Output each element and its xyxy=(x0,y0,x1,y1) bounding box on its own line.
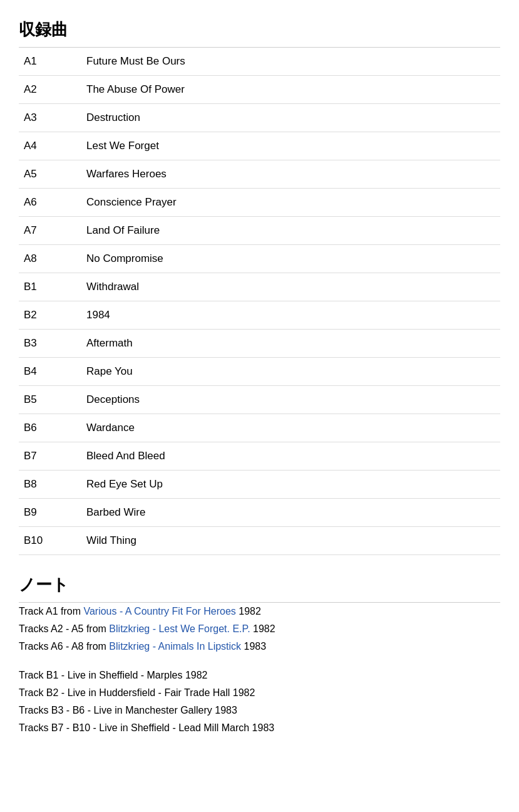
track-id: B8 xyxy=(19,471,81,499)
track-title: Deceptions xyxy=(81,386,500,414)
notes-line: Track B1 - Live in Sheffield - Marples 1… xyxy=(19,667,500,684)
table-row: A8No Compromise xyxy=(19,245,500,273)
table-row: B5Deceptions xyxy=(19,386,500,414)
notes-section: ノート Track A1 from Various - A Country Fi… xyxy=(19,574,500,737)
notes-text-after: 1983 xyxy=(241,641,266,652)
notes-line: Track A1 from Various - A Country Fit Fo… xyxy=(19,603,500,620)
table-row: B4Rape You xyxy=(19,358,500,386)
track-title: Withdrawal xyxy=(81,273,500,301)
track-title: No Compromise xyxy=(81,245,500,273)
notes-line: Tracks A2 - A5 from Blitzkrieg - Lest We… xyxy=(19,620,500,638)
track-id: B4 xyxy=(19,358,81,386)
table-row: A2The Abuse Of Power xyxy=(19,76,500,104)
track-id: B7 xyxy=(19,442,81,471)
track-id: B1 xyxy=(19,273,81,301)
track-title: Wild Thing xyxy=(81,527,500,555)
track-id: A5 xyxy=(19,160,81,189)
notes-line: Tracks A6 - A8 from Blitzkrieg - Animals… xyxy=(19,638,500,655)
notes-text: Track A1 from xyxy=(19,606,83,617)
track-id: A4 xyxy=(19,132,81,160)
track-title: Rape You xyxy=(81,358,500,386)
track-table: A1Future Must Be OursA2The Abuse Of Powe… xyxy=(19,48,500,555)
table-row: B3Aftermath xyxy=(19,330,500,358)
track-title: Future Must Be Ours xyxy=(81,48,500,76)
track-id: A6 xyxy=(19,189,81,217)
track-id: B9 xyxy=(19,499,81,527)
tracks-section: 収録曲 A1Future Must Be OursA2The Abuse Of … xyxy=(19,19,500,555)
track-id: B2 xyxy=(19,301,81,330)
table-row: A4Lest We Forget xyxy=(19,132,500,160)
notes-content: Track A1 from Various - A Country Fit Fo… xyxy=(19,603,500,737)
track-id: A3 xyxy=(19,104,81,132)
notes-link[interactable]: Blitzkrieg - Animals In Lipstick xyxy=(109,641,241,652)
notes-line: Track B2 - Live in Huddersfield - Fair T… xyxy=(19,684,500,702)
track-id: B3 xyxy=(19,330,81,358)
table-row: A6Conscience Prayer xyxy=(19,189,500,217)
track-id: A1 xyxy=(19,48,81,76)
table-row: B21984 xyxy=(19,301,500,330)
notes-group: Track A1 from Various - A Country Fit Fo… xyxy=(19,603,500,655)
table-row: B6Wardance xyxy=(19,414,500,442)
track-title: The Abuse Of Power xyxy=(81,76,500,104)
notes-text-after: 1982 xyxy=(250,623,275,634)
track-id: A8 xyxy=(19,245,81,273)
notes-link[interactable]: Blitzkrieg - Lest We Forget. E.P. xyxy=(109,623,250,634)
track-title: Lest We Forget xyxy=(81,132,500,160)
track-title: Aftermath xyxy=(81,330,500,358)
track-title: Land Of Failure xyxy=(81,217,500,245)
track-title: Bleed And Bleed xyxy=(81,442,500,471)
track-title: Conscience Prayer xyxy=(81,189,500,217)
notes-link[interactable]: Various - A Country Fit For Heroes xyxy=(83,606,235,617)
table-row: A3Destruction xyxy=(19,104,500,132)
notes-line: Tracks B3 - B6 - Live in Manchester Gall… xyxy=(19,702,500,719)
table-row: B7Bleed And Bleed xyxy=(19,442,500,471)
notes-section-title: ノート xyxy=(19,574,500,596)
notes-text-after: 1982 xyxy=(236,606,261,617)
table-row: B9Barbed Wire xyxy=(19,499,500,527)
notes-text: Tracks A6 - A8 from xyxy=(19,641,109,652)
table-row: A1Future Must Be Ours xyxy=(19,48,500,76)
notes-line: Tracks B7 - B10 - Live in Sheffield - Le… xyxy=(19,719,500,737)
track-title: Destruction xyxy=(81,104,500,132)
table-row: B1Withdrawal xyxy=(19,273,500,301)
notes-text: Tracks A2 - A5 from xyxy=(19,623,109,634)
track-id: B5 xyxy=(19,386,81,414)
tracks-section-title: 収録曲 xyxy=(19,19,500,41)
track-id: A2 xyxy=(19,76,81,104)
track-id: B6 xyxy=(19,414,81,442)
notes-group: Track B1 - Live in Sheffield - Marples 1… xyxy=(19,667,500,737)
track-title: Barbed Wire xyxy=(81,499,500,527)
track-id: A7 xyxy=(19,217,81,245)
track-title: 1984 xyxy=(81,301,500,330)
table-row: A7Land Of Failure xyxy=(19,217,500,245)
track-title: Red Eye Set Up xyxy=(81,471,500,499)
table-row: B8Red Eye Set Up xyxy=(19,471,500,499)
table-row: A5Warfares Heroes xyxy=(19,160,500,189)
table-row: B10Wild Thing xyxy=(19,527,500,555)
track-title: Wardance xyxy=(81,414,500,442)
track-id: B10 xyxy=(19,527,81,555)
track-title: Warfares Heroes xyxy=(81,160,500,189)
